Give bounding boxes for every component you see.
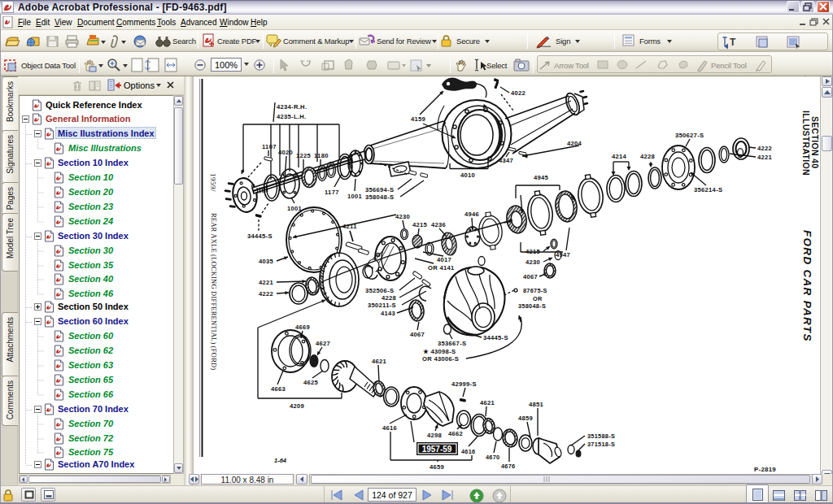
svg-text:1-64: 1-64: [274, 457, 287, 464]
svg-text:4228: 4228: [382, 294, 396, 302]
svg-text:4222: 4222: [757, 145, 772, 152]
svg-text:4230: 4230: [526, 259, 540, 266]
svg-text:4017: 4017: [437, 256, 451, 263]
svg-text:SECTION 40: SECTION 40: [810, 116, 820, 168]
svg-text:4621: 4621: [480, 399, 495, 406]
svg-text:4616: 4616: [382, 424, 397, 432]
svg-text:2: 2: [803, 76, 812, 77]
svg-text:4228: 4228: [640, 153, 655, 160]
svg-text:4676: 4676: [501, 463, 515, 470]
svg-text:4234-R.H.: 4234-R.H.: [277, 103, 307, 111]
svg-text:350211-S: 350211-S: [368, 302, 396, 309]
svg-text:4236: 4236: [431, 221, 446, 228]
svg-text:4851: 4851: [529, 401, 544, 408]
svg-text:4022: 4022: [511, 89, 526, 97]
svg-text:4143: 4143: [381, 310, 395, 317]
svg-text:34445-S: 34445-S: [247, 232, 273, 240]
svg-text:358048-S: 358048-S: [518, 302, 546, 310]
svg-text:4670: 4670: [486, 454, 499, 461]
svg-text:4859: 4859: [518, 415, 533, 422]
svg-text:4659: 4659: [430, 463, 444, 471]
svg-text:4347: 4347: [499, 157, 513, 164]
svg-text:OR: OR: [533, 295, 543, 302]
svg-text:4298: 4298: [427, 432, 442, 439]
svg-text:4214: 4214: [612, 153, 627, 160]
svg-text:4230: 4230: [395, 213, 410, 220]
svg-text:4209: 4209: [290, 402, 304, 410]
svg-text:4020: 4020: [278, 149, 293, 156]
svg-text:1107: 1107: [262, 143, 277, 150]
svg-text:P-2819: P-2819: [754, 466, 776, 473]
svg-text:1180: 1180: [314, 152, 329, 159]
svg-text:REAR AXLE (LOCKING DIFFERENTIA: REAR AXLE (LOCKING DIFFERENTIAL) (FORD): [210, 213, 218, 370]
svg-text:356214-S: 356214-S: [694, 186, 722, 193]
svg-text:1957-59: 1957-59: [422, 445, 452, 454]
svg-text:4946: 4946: [464, 211, 479, 218]
svg-text:4067: 4067: [523, 273, 538, 280]
svg-text:4663: 4663: [271, 385, 286, 393]
svg-text:4235-L.H.: 4235-L.H.: [277, 113, 306, 120]
svg-text:42999-S: 42999-S: [451, 380, 477, 388]
svg-text:1225: 1225: [296, 152, 312, 159]
svg-text:87675-S: 87675-S: [523, 287, 547, 294]
svg-text:T: T: [730, 37, 736, 48]
svg-text:4221: 4221: [259, 279, 274, 286]
svg-text:4010: 4010: [460, 172, 475, 179]
svg-text:351588-S: 351588-S: [587, 432, 615, 440]
svg-text:OR 43006-S: OR 43006-S: [422, 355, 459, 363]
svg-text:1177: 1177: [325, 189, 339, 196]
svg-text:4625: 4625: [303, 379, 319, 386]
svg-text:1959/: 1959/: [209, 173, 217, 192]
svg-text:★ 43098-S: ★ 43098-S: [423, 348, 456, 355]
svg-text:4616: 4616: [461, 448, 475, 455]
svg-text:352506-S: 352506-S: [365, 287, 394, 294]
svg-text:4215: 4215: [526, 248, 541, 255]
svg-text:4221: 4221: [757, 154, 773, 161]
svg-text:34445-S: 34445-S: [483, 334, 508, 341]
svg-text:350627-S: 350627-S: [675, 132, 704, 139]
svg-text:4067: 4067: [410, 331, 425, 338]
svg-text:OR 4141: OR 4141: [428, 264, 455, 272]
svg-text:4035: 4035: [259, 258, 274, 265]
svg-text:4222: 4222: [259, 290, 273, 298]
svg-text:358048-S: 358048-S: [365, 193, 394, 201]
svg-text:FORD CAR PARTS: FORD CAR PARTS: [801, 230, 813, 342]
svg-text:4159: 4159: [411, 115, 425, 123]
svg-text:371518-S: 371518-S: [587, 441, 615, 448]
svg-text:4627: 4627: [316, 340, 330, 347]
svg-text:356694-S: 356694-S: [365, 186, 394, 193]
svg-text:4669: 4669: [295, 324, 310, 331]
svg-text:4215: 4215: [412, 221, 428, 228]
svg-text:4621: 4621: [372, 358, 387, 365]
svg-text:1001: 1001: [347, 193, 363, 200]
svg-text:4945: 4945: [534, 174, 549, 181]
svg-text:4662: 4662: [448, 430, 463, 437]
svg-text:ILLUSTRATION: ILLUSTRATION: [801, 111, 811, 176]
svg-text:353667-S: 353667-S: [438, 340, 466, 347]
